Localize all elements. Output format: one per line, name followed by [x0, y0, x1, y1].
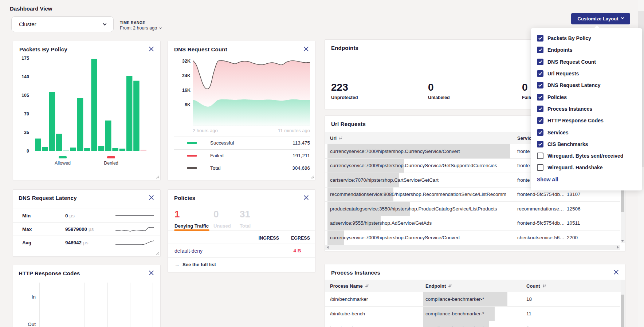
service-cell: frontend-5fc5754db… — [517, 216, 564, 231]
checkbox[interactable] — [537, 164, 543, 171]
count-cell: 10511 — [567, 216, 596, 231]
layout-menu-item-dns-request-latency[interactable]: DNS Request Latency — [531, 79, 642, 91]
stat-denying-value: 1 — [174, 209, 180, 220]
card-title: Packets By Policy — [19, 46, 67, 52]
checkbox[interactable] — [537, 106, 543, 112]
resize-grip[interactable] — [311, 176, 314, 179]
layout-menu-item-http-response-codes[interactable]: HTTP Response Codes — [531, 115, 642, 126]
svg-text:105: 105 — [21, 93, 29, 98]
vertical-scrollbar[interactable] — [621, 280, 625, 327]
card-title: DNS Request Count — [174, 46, 227, 52]
stat-total-label[interactable]: Total — [240, 223, 251, 229]
avg-sparkline — [115, 239, 154, 246]
legend-row-total: Total 304,686 — [174, 162, 310, 174]
layout-menu-item-wireguard-bytes[interactable]: Wireguard. Bytes sent/received — [531, 150, 642, 162]
column-header-endpoint[interactable]: Endpoint — [425, 283, 452, 289]
resize-grip[interactable] — [156, 252, 159, 255]
close-icon[interactable] — [303, 46, 310, 53]
layout-menu-item-cis-benchmarks[interactable]: CIS Benchmarks — [531, 138, 642, 150]
latency-unit: µs — [83, 240, 89, 245]
see-full-list-label: See the full list — [182, 262, 216, 267]
url-cell: currencyservice:7000/hipstershop.Currenc… — [327, 144, 510, 158]
legend-swatch-allowed — [59, 156, 67, 158]
scroll-left-arrow[interactable] — [327, 246, 329, 249]
checkbox[interactable] — [537, 153, 543, 159]
stat-denying-label[interactable]: Denying Traffic — [174, 223, 209, 229]
column-header-url[interactable]: Url — [330, 135, 343, 141]
layout-menu-item-dns-request-count[interactable]: DNS Request Count — [531, 56, 642, 68]
legend-value: 191,211 — [292, 153, 310, 158]
checkbox[interactable] — [537, 70, 543, 77]
legend-swatch-successful — [187, 142, 197, 144]
close-icon[interactable] — [613, 269, 620, 276]
active-tab-underline — [174, 229, 209, 231]
scrollbar-thumb[interactable] — [621, 295, 624, 327]
layout-menu-item-endpoints[interactable]: Endpoints — [531, 44, 642, 56]
close-icon[interactable] — [149, 270, 155, 277]
table-row: /bin/kube-bench compliance-benchmarker-*… — [325, 307, 620, 321]
menu-caret — [594, 25, 600, 31]
layout-menu-item-packets-by-policy[interactable]: Packets By Policy — [531, 32, 642, 44]
policy-link[interactable]: default-deny — [174, 248, 203, 254]
layout-menu-item-policies[interactable]: Policies — [531, 91, 642, 103]
customize-layout-button[interactable]: Customize Layout — [571, 13, 630, 24]
layout-menu-item-services[interactable]: Services — [531, 126, 642, 138]
process-name-cell: /bin/kube-bench — [330, 307, 421, 321]
page-title: Dashboard View — [10, 5, 52, 12]
sort-icon — [365, 284, 369, 288]
stat-unused-label[interactable]: Unused — [213, 223, 231, 229]
service-cell: recommendationse… — [517, 202, 564, 216]
stat-unprotected-label: Unprotected — [331, 95, 358, 100]
min-sparkline — [115, 212, 154, 219]
scroll-down-arrow[interactable] — [621, 240, 624, 242]
url-cell: productcatalogservice:3550/hipstershop.P… — [327, 202, 510, 216]
max-sparkline — [115, 226, 154, 232]
url-cell: currencyservice:7000/hipstershop.Currenc… — [327, 231, 510, 245]
checkbox[interactable] — [537, 117, 543, 124]
checkbox[interactable] — [537, 82, 543, 88]
stat-unlabeled-value: 0 — [428, 82, 434, 93]
time-range-from[interactable]: From: 2 hours ago — [120, 25, 161, 31]
legend-row-successful: Successful 113,475 — [174, 137, 310, 149]
column-header-ingress: INGRESS — [252, 236, 279, 241]
column-label: Url — [330, 135, 337, 141]
legend-row-failed: Failed 191,211 — [174, 149, 310, 162]
view-select[interactable]: Cluster — [11, 16, 114, 32]
latency-value: 0 — [65, 213, 68, 218]
latency-label: Min — [22, 213, 31, 218]
close-icon[interactable] — [303, 195, 310, 201]
checkbox[interactable] — [537, 35, 543, 42]
card-title: DNS Request Latency — [19, 195, 77, 201]
see-full-list-link[interactable]: → See the full list — [174, 261, 216, 267]
checkbox[interactable] — [537, 129, 543, 136]
column-header-count[interactable]: Count — [526, 283, 546, 289]
url-cell: adservice:9555/hipstershop.AdService/Get… — [327, 216, 510, 231]
card-policies: Policies 1 Denying Traffic 0 Unused 31 T… — [168, 189, 315, 272]
scroll-right-arrow[interactable] — [617, 246, 619, 249]
horizontal-scrollbar[interactable] — [325, 245, 620, 250]
show-all-link[interactable]: Show All — [537, 177, 558, 182]
chevron-down-icon — [621, 16, 624, 19]
table-row: adservice:9555/hipstershop.AdService/Get… — [325, 216, 620, 231]
checkbox[interactable] — [537, 141, 543, 147]
time-range-label: TIME RANGE — [120, 20, 145, 25]
checkbox[interactable] — [537, 59, 543, 65]
checkbox[interactable] — [537, 94, 543, 101]
legend-name: Total — [210, 165, 221, 171]
column-header-process-name[interactable]: Process Name — [330, 283, 369, 289]
layout-menu-item-process-instances[interactable]: Process Instances — [531, 103, 642, 115]
stat-unprotected-value: 223 — [331, 82, 348, 93]
menu-item-label: Url Requests — [547, 71, 579, 76]
resize-grip[interactable] — [156, 176, 159, 179]
menu-item-label: Packets By Policy — [547, 35, 591, 41]
latency-value: 946942 — [65, 240, 82, 245]
column-header-egress: EGRESS — [284, 236, 310, 241]
layout-menu-item-wireguard-handshake[interactable]: Wireguard. Handshake — [531, 162, 642, 173]
time-range-from-value: From: 2 hours ago — [120, 25, 157, 31]
checkbox[interactable] — [537, 47, 543, 53]
close-icon[interactable] — [149, 195, 155, 201]
layout-menu-item-url-requests[interactable]: Url Requests — [531, 68, 642, 79]
dns-area-chart — [193, 57, 310, 126]
latency-unit: µs — [70, 213, 75, 218]
count-cell: 11 — [526, 307, 555, 321]
